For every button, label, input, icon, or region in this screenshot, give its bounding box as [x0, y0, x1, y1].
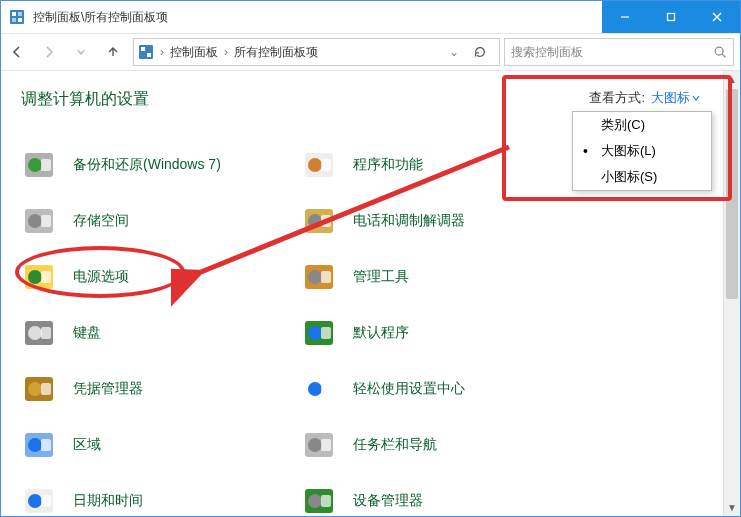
view-by-menu: 类别(C) 大图标(L) 小图标(S) [572, 111, 712, 191]
svg-rect-31 [41, 439, 51, 451]
scroll-up[interactable]: ▲ [724, 71, 740, 88]
svg-point-30 [28, 438, 42, 452]
control-panel-item[interactable]: 电源选项 [21, 249, 291, 305]
svg-point-48 [308, 382, 322, 396]
svg-point-45 [308, 326, 322, 340]
control-panel-item[interactable]: 存储空间 [21, 193, 291, 249]
svg-rect-16 [41, 159, 51, 171]
close-button[interactable] [694, 1, 740, 33]
search-icon [713, 45, 727, 59]
control-panel-item[interactable]: 凭据管理器 [21, 361, 291, 417]
item-label: 程序和功能 [353, 156, 423, 174]
item-icon [301, 483, 337, 516]
page-heading: 调整计算机的设置 [21, 89, 149, 110]
item-icon [21, 315, 57, 351]
item-icon [301, 427, 337, 463]
breadcrumb-seg-0[interactable]: 控制面板 [170, 44, 218, 61]
content-area: 调整计算机的设置 查看方式: 大图标 类别(C) 大图标(L) 小图标(S) 备… [1, 71, 740, 516]
item-icon [21, 483, 57, 516]
titlebar: 控制面板\所有控制面板项 [1, 1, 740, 33]
view-option-category[interactable]: 类别(C) [573, 112, 711, 138]
svg-point-27 [28, 382, 42, 396]
svg-point-54 [308, 494, 322, 508]
view-by-current[interactable]: 大图标 [651, 89, 700, 107]
item-label: 设备管理器 [353, 492, 423, 510]
scroll-down[interactable]: ▼ [724, 499, 740, 516]
search-box[interactable] [504, 38, 734, 66]
svg-point-24 [28, 326, 42, 340]
svg-rect-22 [41, 271, 51, 283]
item-label: 电源选项 [73, 268, 129, 286]
minimize-button[interactable] [602, 1, 648, 33]
svg-rect-49 [321, 383, 331, 395]
svg-rect-52 [321, 439, 331, 451]
window-title: 控制面板\所有控制面板项 [33, 9, 602, 26]
svg-rect-1 [12, 12, 16, 16]
breadcrumb-sep: › [224, 45, 228, 59]
control-panel-icon [138, 44, 154, 60]
scrollbar[interactable]: ▲ ▼ [723, 71, 740, 516]
item-label: 区域 [73, 436, 101, 454]
item-icon [301, 371, 337, 407]
toolbar: › 控制面板 › 所有控制面板项 ⌄ [1, 33, 740, 71]
svg-rect-46 [321, 327, 331, 339]
item-label: 轻松使用设置中心 [353, 380, 465, 398]
control-panel-item[interactable]: 管理工具 [301, 249, 571, 305]
window: 控制面板\所有控制面板项 › 控制面板 › 所有控制面板项 [0, 0, 741, 517]
svg-rect-55 [321, 495, 331, 507]
control-panel-item[interactable]: 设备管理器 [301, 473, 571, 516]
window-controls [602, 1, 740, 33]
item-icon [301, 203, 337, 239]
maximize-button[interactable] [648, 1, 694, 33]
view-option-small-icons[interactable]: 小图标(S) [573, 164, 711, 190]
svg-rect-2 [18, 12, 22, 16]
item-label: 存储空间 [73, 212, 129, 230]
control-panel-item[interactable]: 区域 [21, 417, 291, 473]
breadcrumb-expand[interactable]: ⌄ [449, 45, 459, 59]
svg-point-42 [308, 270, 322, 284]
item-label: 任务栏和导航 [353, 436, 437, 454]
view-option-large-icons[interactable]: 大图标(L) [573, 138, 711, 164]
back-button[interactable] [1, 37, 33, 67]
item-icon [21, 371, 57, 407]
svg-rect-28 [41, 383, 51, 395]
svg-rect-19 [41, 215, 51, 227]
svg-point-51 [308, 438, 322, 452]
svg-rect-43 [321, 271, 331, 283]
chevron-down-icon [692, 94, 700, 102]
item-icon [21, 203, 57, 239]
control-panel-item[interactable]: 备份和还原(Windows 7) [21, 137, 291, 193]
svg-rect-25 [41, 327, 51, 339]
svg-point-39 [308, 214, 322, 228]
item-label: 日期和时间 [73, 492, 143, 510]
item-icon [301, 315, 337, 351]
item-label: 键盘 [73, 324, 101, 342]
svg-point-15 [28, 158, 42, 172]
item-icon [301, 259, 337, 295]
control-panel-item[interactable]: 默认程序 [301, 305, 571, 361]
item-label: 凭据管理器 [73, 380, 143, 398]
item-icon [301, 147, 337, 183]
search-input[interactable] [511, 45, 713, 59]
control-panel-item[interactable]: 任务栏和导航 [301, 417, 571, 473]
forward-button[interactable] [33, 37, 65, 67]
control-panel-item[interactable]: 轻松使用设置中心 [301, 361, 571, 417]
scroll-thumb[interactable] [726, 89, 738, 299]
control-panel-item[interactable]: 程序和功能 [301, 137, 571, 193]
item-label: 管理工具 [353, 268, 409, 286]
recent-dropdown[interactable] [65, 37, 97, 67]
control-panel-item[interactable]: 日期和时间 [21, 473, 291, 516]
svg-rect-6 [668, 14, 675, 21]
control-panel-item[interactable]: 键盘 [21, 305, 291, 361]
address-bar[interactable]: › 控制面板 › 所有控制面板项 ⌄ [133, 38, 500, 66]
refresh-button[interactable] [465, 45, 495, 59]
breadcrumb-seg-1[interactable]: 所有控制面板项 [234, 44, 318, 61]
item-label: 默认程序 [353, 324, 409, 342]
breadcrumb-sep: › [160, 45, 164, 59]
view-by: 查看方式: 大图标 [589, 89, 700, 107]
svg-rect-4 [18, 18, 22, 22]
item-icon [21, 259, 57, 295]
svg-point-33 [28, 494, 42, 508]
control-panel-item[interactable]: 电话和调制解调器 [301, 193, 571, 249]
up-button[interactable] [97, 37, 129, 67]
